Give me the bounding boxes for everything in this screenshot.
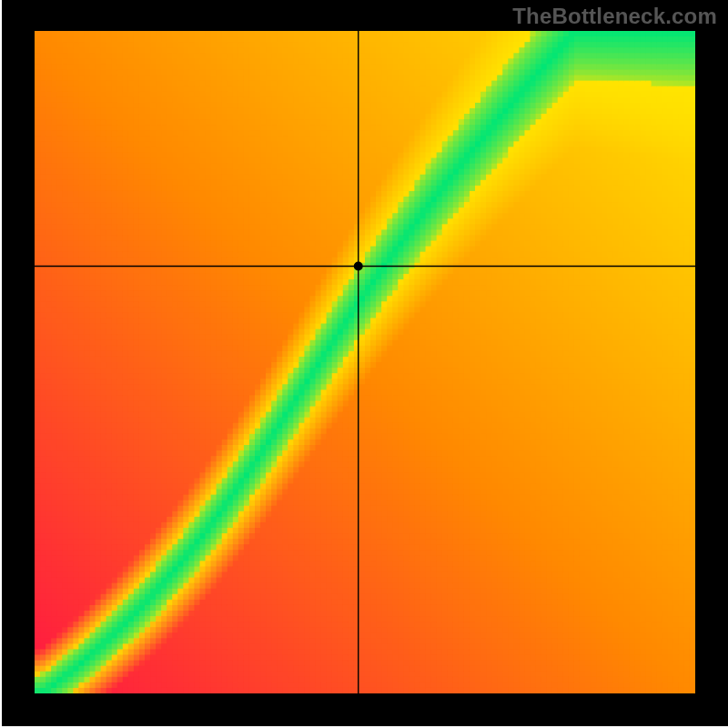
chart-container: TheBottleneck.com (0, 0, 728, 728)
frame-right (695, 0, 728, 726)
bottleneck-heatmap (0, 0, 728, 728)
watermark-text: TheBottleneck.com (512, 4, 717, 29)
frame-bottom (2, 693, 728, 726)
frame-left (2, 0, 35, 726)
